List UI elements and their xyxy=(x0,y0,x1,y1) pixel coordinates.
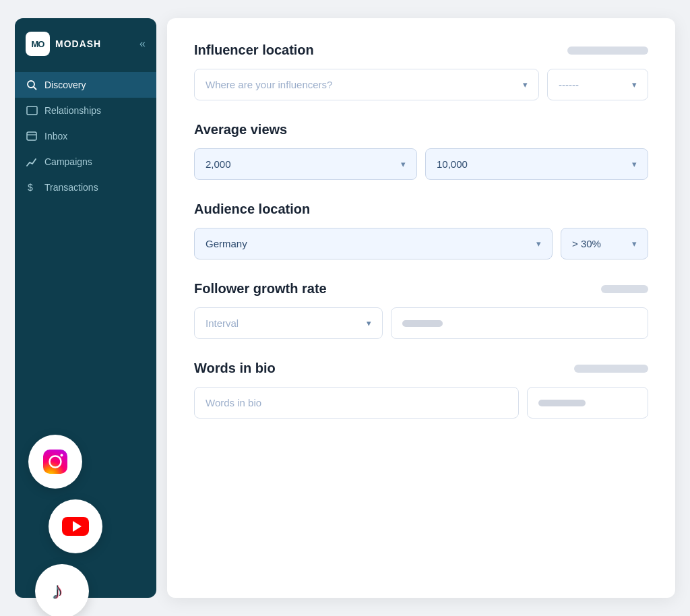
sidebar-header: MO MODASH « xyxy=(15,18,156,69)
follower-growth-inputs: Interval ▾ xyxy=(194,307,648,339)
inbox-icon xyxy=(26,130,38,142)
sidebar-item-transactions[interactable]: $ Transactions xyxy=(15,175,156,200)
social-icons: ♪ ♪ ♪ xyxy=(28,435,82,616)
words-in-bio-header: Words in bio xyxy=(194,361,648,376)
follower-growth-header: Follower growth rate xyxy=(194,281,648,297)
svg-point-8 xyxy=(61,454,63,457)
sidebar-item-campaigns-label: Campaigns xyxy=(44,156,92,167)
audience-pct-value: > 30% xyxy=(572,238,601,249)
audience-location-section: Audience location Germany ▾ > 30% ▾ xyxy=(194,202,648,259)
audience-country-value: Germany xyxy=(206,238,247,249)
audience-location-inputs: Germany ▾ > 30% ▾ xyxy=(194,228,648,259)
sidebar-item-discovery-label: Discovery xyxy=(44,80,86,90)
chevron-down-icon: ▾ xyxy=(367,318,371,328)
influencer-location-pill xyxy=(567,47,648,55)
average-views-max-dropdown[interactable]: 10,000 ▾ xyxy=(425,148,648,180)
app-container: MO MODASH « Discovery xyxy=(15,18,675,598)
sidebar-item-inbox[interactable]: Inbox xyxy=(15,123,156,149)
sidebar-item-inbox-label: Inbox xyxy=(44,131,67,142)
chevron-down-icon: ▾ xyxy=(632,239,637,249)
average-views-min-value: 2,000 xyxy=(206,158,231,170)
words-in-bio-section: Words in bio xyxy=(194,361,648,419)
average-views-title: Average views xyxy=(194,122,287,137)
words-in-bio-value-pill xyxy=(538,400,586,406)
dollar-icon: $ xyxy=(26,181,38,193)
users-icon xyxy=(26,104,38,117)
audience-country-dropdown[interactable]: Germany ▾ xyxy=(194,228,553,259)
sidebar-item-transactions-label: Transactions xyxy=(44,182,98,193)
influencer-region-placeholder: ------ xyxy=(559,79,579,90)
sidebar-item-campaigns[interactable]: Campaigns xyxy=(15,149,156,175)
influencer-location-header: Influencer location xyxy=(194,42,648,58)
audience-location-header: Audience location xyxy=(194,202,648,217)
logo-icon: MO xyxy=(26,32,50,56)
collapse-button[interactable]: « xyxy=(139,38,146,50)
sidebar: MO MODASH « Discovery xyxy=(15,18,156,598)
svg-rect-3 xyxy=(27,106,37,115)
tiktok-button[interactable]: ♪ ♪ ♪ xyxy=(35,564,89,616)
instagram-button[interactable] xyxy=(28,435,82,489)
logo-area: MO MODASH xyxy=(26,32,101,56)
sidebar-item-discovery[interactable]: Discovery xyxy=(15,72,156,98)
words-in-bio-inputs xyxy=(194,387,648,419)
follower-growth-pill xyxy=(601,285,648,293)
average-views-min-dropdown[interactable]: 2,000 ▾ xyxy=(194,148,417,180)
influencer-region-dropdown[interactable]: ------ ▾ xyxy=(547,69,648,100)
average-views-max-value: 10,000 xyxy=(437,158,468,170)
sidebar-item-relationships[interactable]: Relationships xyxy=(15,98,156,123)
chevron-down-icon: ▾ xyxy=(523,80,528,90)
search-icon xyxy=(26,79,38,91)
words-in-bio-title: Words in bio xyxy=(194,361,276,376)
influencer-location-inputs: Where are your influencers? ▾ ------ ▾ xyxy=(194,69,648,100)
follower-growth-value-pill xyxy=(402,320,443,327)
follower-growth-section: Follower growth rate Interval ▾ xyxy=(194,281,648,339)
follower-growth-title: Follower growth rate xyxy=(194,281,327,297)
logo-text: MODASH xyxy=(55,38,101,49)
svg-text:♪: ♪ xyxy=(51,577,63,605)
chart-icon xyxy=(26,156,38,168)
average-views-section: Average views 2,000 ▾ 10,000 ▾ xyxy=(194,122,648,180)
words-in-bio-input[interactable] xyxy=(194,387,519,419)
main-content: Influencer location Where are your influ… xyxy=(167,18,675,598)
words-in-bio-pill xyxy=(574,365,648,373)
follower-growth-value-input[interactable] xyxy=(391,307,648,339)
chevron-down-icon: ▾ xyxy=(401,159,406,169)
svg-rect-4 xyxy=(27,132,36,140)
svg-line-1 xyxy=(34,87,36,90)
svg-text:$: $ xyxy=(28,182,33,193)
follower-growth-interval-dropdown[interactable]: Interval ▾ xyxy=(194,307,383,339)
nav-items: Discovery Relationships xyxy=(15,69,156,203)
words-in-bio-value-input[interactable] xyxy=(527,387,648,419)
chevron-down-icon: ▾ xyxy=(536,239,541,249)
sidebar-item-relationships-label: Relationships xyxy=(44,105,101,116)
chevron-down-icon: ▾ xyxy=(632,80,637,90)
svg-rect-6 xyxy=(43,450,67,474)
chevron-down-icon: ▾ xyxy=(632,159,637,169)
audience-location-title: Audience location xyxy=(194,202,310,217)
average-views-header: Average views xyxy=(194,122,648,137)
youtube-button[interactable] xyxy=(49,499,102,553)
follower-growth-interval-placeholder: Interval xyxy=(206,317,239,329)
svg-rect-2 xyxy=(26,106,38,115)
average-views-inputs: 2,000 ▾ 10,000 ▾ xyxy=(194,148,648,180)
audience-pct-dropdown[interactable]: > 30% ▾ xyxy=(561,228,648,259)
influencer-location-placeholder: Where are your influencers? xyxy=(206,79,332,90)
influencer-location-section: Influencer location Where are your influ… xyxy=(194,42,648,100)
influencer-location-title: Influencer location xyxy=(194,42,314,58)
influencer-location-dropdown[interactable]: Where are your influencers? ▾ xyxy=(194,69,539,100)
